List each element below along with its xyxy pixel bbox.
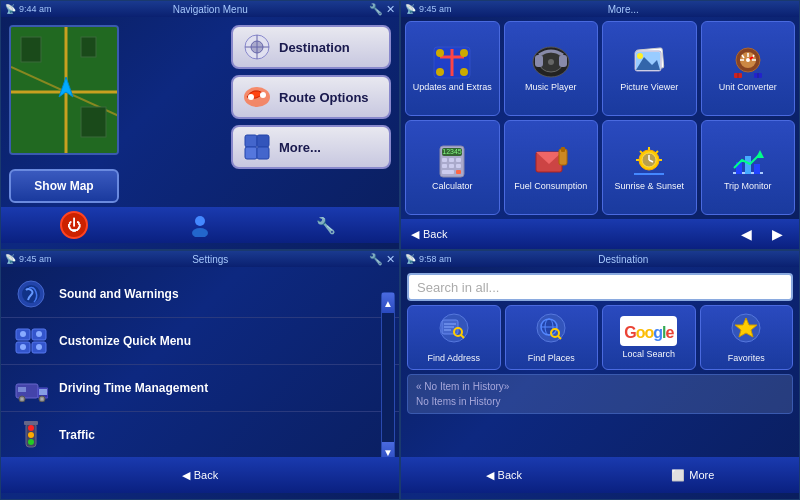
settings-item-quickmenu[interactable]: Customize Quick Menu (1, 318, 399, 365)
favorites-label: Favorites (728, 353, 765, 363)
destination-more-button[interactable]: ⬜ More (671, 469, 714, 482)
route-options-button[interactable]: Route Options (231, 75, 391, 119)
svg-rect-94 (39, 389, 47, 395)
more-icon (243, 133, 271, 161)
find-places-icon (533, 312, 569, 350)
local-search-button[interactable]: Google Local Search (602, 305, 696, 370)
show-map-label: Show Map (34, 179, 93, 193)
converter-label: Unit Converter (719, 82, 777, 93)
more-back-button[interactable]: ◀ Back (411, 228, 447, 241)
map-preview (9, 25, 119, 155)
dest-back-label: Back (498, 469, 522, 481)
route-options-label: Route Options (279, 90, 369, 105)
destination-label: Destination (279, 40, 350, 55)
back-arrow-icon-3: ◀ (182, 469, 190, 482)
settings-back-button[interactable]: ◀ Back (182, 469, 218, 482)
status-icons-1: 📡 9:44 am (5, 4, 52, 14)
settings-icon-3[interactable]: 🔧 (369, 253, 383, 266)
status-bar-4: 📡 9:58 am Destination (401, 251, 799, 267)
more-item-calculator[interactable]: 12345 Calculator (405, 120, 500, 215)
nav-bottom-bar: ⏻ 🔧 (1, 207, 399, 243)
svg-rect-99 (18, 387, 26, 392)
gps-icon: 📡 (5, 4, 16, 14)
find-places-button[interactable]: Find Places (505, 305, 599, 370)
svg-point-25 (436, 49, 444, 57)
svg-point-28 (460, 68, 468, 76)
svg-rect-7 (81, 107, 106, 137)
svg-point-103 (28, 439, 34, 445)
close-icon-1[interactable]: ✕ (386, 3, 395, 16)
driving-label: Driving Time Management (59, 381, 208, 395)
picture-icon (629, 45, 669, 80)
back-arrow-icon-4: ◀ (486, 469, 494, 482)
sunrise-label: Sunrise & Sunset (614, 181, 684, 192)
more-item-sunrise[interactable]: Sunrise & Sunset (602, 120, 697, 215)
more-button[interactable]: More... (231, 125, 391, 169)
updates-label: Updates and Extras (413, 82, 492, 93)
svg-rect-18 (245, 147, 257, 159)
status-icons-3: 📡 9:45 am (5, 254, 52, 264)
settings-back-label: Back (194, 469, 218, 481)
find-places-label: Find Places (528, 353, 575, 363)
destination-button[interactable]: Destination (231, 25, 391, 69)
more-item-fuel[interactable]: Fuel Consumption (504, 120, 599, 215)
svg-rect-31 (535, 55, 543, 67)
svg-rect-59 (449, 164, 454, 168)
panel-more: 📡 9:45 am More... (400, 0, 800, 250)
sound-icon (13, 279, 49, 309)
music-label: Music Player (525, 82, 577, 93)
settings-item-traffic[interactable]: Traffic (1, 412, 399, 459)
find-address-icon (436, 312, 472, 350)
history-item-2: No Items in History (412, 394, 788, 409)
close-icon-3[interactable]: ✕ (386, 253, 395, 266)
scroll-up-button[interactable]: ▲ (382, 293, 394, 313)
destination-back-button[interactable]: ◀ Back (486, 469, 522, 482)
more-item-picture[interactable]: Picture Viewer (602, 21, 697, 116)
svg-rect-62 (456, 170, 461, 174)
traffic-label: Traffic (59, 428, 95, 442)
more-back-label: Back (423, 228, 447, 240)
calculator-label: Calculator (432, 181, 473, 192)
prev-page-button[interactable]: ◀ (735, 226, 758, 242)
svg-point-101 (28, 425, 34, 431)
more-item-converter[interactable]: Unit Converter (701, 21, 796, 116)
status-bar-3: 📡 9:45 am Settings 🔧 ✕ (1, 251, 399, 267)
svg-point-38 (637, 53, 643, 59)
character-icon[interactable] (186, 211, 214, 239)
more-item-trip[interactable]: Trip Monitor (701, 120, 796, 215)
svg-rect-16 (245, 135, 257, 147)
panel-settings: 📡 9:45 am Settings 🔧 ✕ (0, 250, 400, 500)
svg-point-96 (21, 398, 24, 401)
svg-text:12345: 12345 (443, 148, 463, 155)
settings-list: Sound and Warnings Customi (1, 267, 399, 463)
status-icons-4: 📡 9:58 am (405, 254, 452, 264)
search-bar[interactable]: Search in all... (407, 273, 793, 301)
more-item-music[interactable]: Music Player (504, 21, 599, 116)
more-item-updates[interactable]: Updates and Extras (405, 21, 500, 116)
settings-icon-1[interactable]: 🔧 (369, 3, 383, 16)
find-address-button[interactable]: Find Address (407, 305, 501, 370)
svg-rect-55 (442, 158, 447, 162)
show-map-button[interactable]: Show Map (9, 169, 119, 203)
svg-point-98 (41, 398, 44, 401)
svg-point-91 (36, 344, 42, 350)
power-icon[interactable]: ⏻ (60, 211, 88, 239)
svg-rect-17 (257, 135, 269, 147)
destination-buttons-row: Find Address Find Places (407, 305, 793, 370)
gps-icon-4: 📡 (405, 254, 416, 264)
favorites-button[interactable]: Favorites (700, 305, 794, 370)
fuel-icon (531, 144, 571, 179)
svg-point-26 (460, 49, 468, 57)
svg-rect-32 (559, 55, 567, 67)
wrench-icon[interactable]: 🔧 (312, 211, 340, 239)
settings-item-driving[interactable]: Driving Time Management (1, 365, 399, 412)
quickmenu-label: Customize Quick Menu (59, 334, 191, 348)
google-icon: Google (620, 316, 677, 346)
next-page-button[interactable]: ▶ (766, 226, 789, 242)
more-label: More... (279, 140, 321, 155)
status-time-2: 9:45 am (419, 4, 452, 14)
settings-item-sound[interactable]: Sound and Warnings (1, 271, 399, 318)
svg-point-15 (260, 92, 266, 98)
svg-point-21 (192, 228, 208, 237)
dest-more-label: More (689, 469, 714, 481)
